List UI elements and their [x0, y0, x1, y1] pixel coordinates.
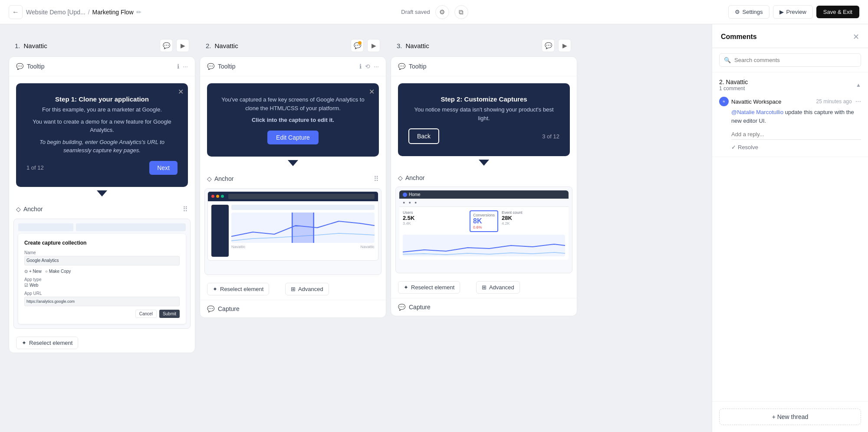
settings-button[interactable]: ⚙ Settings: [728, 5, 769, 19]
mock-cancel-btn[interactable]: Cancel: [135, 310, 157, 318]
mock-dot-red: [211, 195, 214, 198]
more-icon-2[interactable]: ···: [374, 63, 379, 70]
comment-icon-btn-3[interactable]: 💬: [542, 39, 555, 52]
preview-button[interactable]: ▶ Preview: [773, 5, 813, 19]
anchor-dots-1[interactable]: ⠿: [183, 205, 188, 213]
popup-container-2: ✕ You've captured a few key screens of G…: [200, 76, 386, 170]
mock-name-field: Name Google Analytics: [24, 250, 180, 265]
comment-author-1: ≈ Navattic Workspace: [719, 97, 781, 106]
capture-row-3: 💬 Capture: [391, 298, 577, 316]
ga-nav-1: ●: [403, 200, 405, 205]
thread-header-1[interactable]: 2. Navattic 1 comment ▲: [719, 79, 861, 92]
settings-circle-icon[interactable]: ⚙: [435, 5, 449, 19]
edit-title-icon[interactable]: ✏: [136, 9, 141, 16]
close-panel-button[interactable]: ✕: [853, 32, 859, 42]
popup-dark-1: ✕ Step 1: Clone your application For thi…: [16, 83, 188, 187]
anchor-dots-2[interactable]: ⠿: [374, 175, 379, 183]
reselect-btn-3[interactable]: ✦ Reselect element: [398, 281, 460, 294]
refresh-icon-2[interactable]: ⟲: [365, 63, 370, 70]
mock-dot-green: [221, 195, 224, 198]
advanced-btn-2[interactable]: ⊞ Advanced: [285, 283, 329, 295]
breadcrumb-parent[interactable]: Website Demo [Upd...: [26, 9, 85, 16]
new-thread-button[interactable]: + New thread: [719, 409, 861, 425]
step-1-num: 1.: [15, 42, 20, 49]
reselect-btn-2[interactable]: ✦ Reselect element: [207, 283, 269, 295]
comment-time-more: 25 minutes ago ···: [816, 98, 861, 105]
screenshot-area-1: Create capture collection Name Google An…: [13, 219, 191, 329]
advanced-btn-3[interactable]: ⊞ Advanced: [476, 281, 520, 294]
popup-container-1: ✕ Step 1: Clone your application For thi…: [9, 76, 195, 200]
search-comments-input[interactable]: [734, 57, 856, 63]
tooltip-label-1: 💬 Tooltip: [16, 63, 44, 70]
ga-users-value: 2.5K: [403, 215, 466, 221]
popup-dark-3: Step 2: Customize Captures You notice me…: [398, 83, 570, 156]
thread-step-info: 2. Navattic 1 comment: [719, 79, 748, 92]
mock-tab-1: [18, 223, 73, 231]
mock-s2-sidenav: [211, 205, 229, 257]
anchor-icon-3: ◇: [398, 174, 403, 181]
tooltip-icon-2: 💬: [207, 63, 214, 70]
tooltip-actions-1: ℹ ···: [177, 63, 188, 70]
tooltip-section-3: 💬 Tooltip: [391, 57, 577, 76]
settings-gear-icon: ⚙: [735, 9, 740, 15]
author-name-1: Navattic Workspace: [731, 98, 781, 105]
mock-s2-window: Navattic Navattic: [207, 191, 378, 261]
mock-ga-wrap: Home ● ● ● Users: [396, 187, 572, 263]
tooltip-label-3: 💬 Tooltip: [398, 63, 426, 70]
play-btn-1[interactable]: ▶: [176, 39, 189, 52]
step-1-actions: 💬 ▶: [160, 39, 189, 52]
edit-capture-btn-2[interactable]: Edit Capture: [267, 131, 319, 144]
ga-chart-svg: [403, 235, 565, 256]
play-btn-3[interactable]: ▶: [558, 39, 571, 52]
canvas-area: 1. Navattic 💬 ▶ 💬: [0, 24, 712, 432]
tooltip-row-1: 💬 Tooltip ℹ ···: [16, 63, 188, 70]
advanced-icon-3: ⊞: [482, 284, 487, 291]
mock-s2-chart: [231, 213, 375, 243]
mock-s2-content: Navattic Navattic: [231, 205, 375, 257]
mock-s2-titlebar: [208, 192, 378, 201]
info-icon-1[interactable]: ℹ: [177, 63, 179, 70]
back-button[interactable]: ←: [9, 5, 23, 19]
popup-edit-wrap-2: Edit Capture: [217, 131, 368, 144]
more-icon-1[interactable]: ···: [183, 63, 188, 70]
mock-web-opt: ☑ Web: [24, 283, 38, 288]
search-icon: 🔍: [724, 57, 731, 63]
mock-apptype-radio: ☑ Web: [24, 283, 180, 288]
step-2-num: 2.: [206, 42, 211, 49]
mock-submit-btn[interactable]: Submit: [159, 310, 180, 318]
ga-event-sub: 4.2K: [502, 221, 565, 226]
tooltip-icon-3: 💬: [398, 63, 405, 70]
ga-conv-label: Conversions: [473, 213, 495, 217]
anchor-icon-2: ◇: [207, 175, 212, 182]
copy-radio: ○: [45, 269, 48, 274]
comment-more-icon-1[interactable]: ···: [855, 98, 861, 105]
avatar-icon-1: ≈: [723, 99, 725, 104]
step-3-num: 3.: [397, 42, 402, 49]
save-exit-button[interactable]: Save & Exit: [816, 6, 859, 18]
reselect-btn-1[interactable]: ✦ Reselect element: [16, 337, 78, 349]
back-button-3[interactable]: Back: [408, 128, 439, 144]
comment-icon-btn-1[interactable]: 💬: [160, 39, 173, 52]
reply-input-1: [719, 129, 861, 140]
mock-s2-layout: Navattic Navattic: [211, 205, 375, 257]
comment-icon-btn-2[interactable]: 💬: [351, 39, 364, 52]
popup-close-1[interactable]: ✕: [178, 88, 184, 96]
mock-s2-topbar: [231, 205, 375, 210]
layers-icon[interactable]: ⧉: [454, 5, 468, 19]
anchor-row-2: ◇ Anchor ⠿: [200, 170, 386, 188]
comment-item-1: ≈ Navattic Workspace 25 minutes ago ··· …: [719, 97, 861, 151]
next-button-1[interactable]: Next: [149, 161, 178, 175]
info-icon-2[interactable]: ℹ: [359, 63, 362, 70]
play-btn-2[interactable]: ▶: [367, 39, 380, 52]
ga-conv-pct: 0.6%: [473, 225, 495, 229]
reply-field-1[interactable]: [731, 129, 861, 140]
popup-close-2[interactable]: ✕: [369, 88, 375, 96]
column-3: 3. Navattic 💬 ▶ 💬: [391, 35, 577, 422]
resolve-button-1[interactable]: ✓ Resolve: [719, 144, 861, 151]
card-1: 💬 Tooltip ℹ ··· ✕ Step 1: Clone your app…: [9, 56, 195, 353]
reselect-icon-2: ✦: [213, 286, 217, 292]
play-icon-1: ▶: [181, 42, 185, 49]
check-icon-1: ✓: [731, 144, 736, 151]
popup-footer-3: Back 3 of 12: [408, 128, 559, 144]
advanced-icon-2: ⊞: [291, 286, 296, 292]
